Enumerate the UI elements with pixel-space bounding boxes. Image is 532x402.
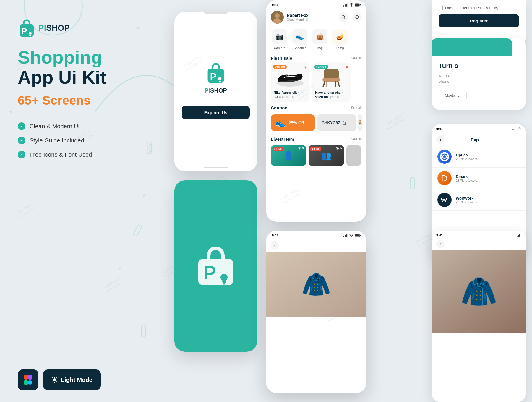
product-detail-image: 🧥 [266,252,366,317]
brand-item-dmark[interactable]: Dmark 23.7k followers [432,168,526,189]
product-card-chair[interactable]: 50% Off ♥ Have a [312,62,351,102]
product-detail-phone: 9:41 ‹ 🧥 [432,231,526,402]
product-img-chair [315,65,348,89]
svg-line-20 [53,378,53,378]
svg-rect-35 [347,3,348,7]
category-lamp[interactable]: 🪔 Lamp [331,29,349,50]
discount-badge-1: 60% Off [273,65,287,69]
check-icon-3: ✓ [18,151,25,158]
splash-logo: P PISHOP [205,61,227,94]
rp1-wifi-icon [518,127,521,130]
bell-icon [355,15,359,19]
livestream-row: ● Live 4k 👤 ● Live 4k [266,143,366,168]
livestream-header: Livestream See all [266,134,366,143]
signal-icon [343,3,348,7]
wolfwork-followers: 23.7k followers [456,200,520,204]
rp2-status-icons [517,234,521,237]
rp2-back-btn[interactable]: ‹ [436,240,445,248]
product-card-nike[interactable]: 60% Off ♥ Nike R [271,62,309,102]
eye-icon-1 [298,147,301,150]
svg-rect-52 [343,122,346,125]
camera-label: Camera [274,46,285,50]
figma-button[interactable] [18,369,38,390]
bottom-buttons: Light Mode [18,369,101,390]
product-prices-chair: $120.00 $240.00 [315,95,348,99]
coupon-card[interactable]: 👟 25% Off [271,114,315,131]
explore-button[interactable]: Explore Us [182,106,250,119]
flash-sale-row: 60% Off ♥ Nike R [266,62,366,102]
heart-icon-2[interactable]: ♥ [346,65,348,69]
discount-badge-2: 50% Off [314,65,328,69]
notification-icon-btn[interactable] [352,12,362,22]
turnon-header-bar [432,38,512,56]
bottom-battery-icon [355,234,361,237]
maybe-later-button[interactable]: Maybe la [439,90,467,101]
coupon-shoe-icon: 👟 [275,118,286,128]
svg-rect-38 [355,4,359,6]
brand-list: Optics 23.7k followers Dmark 23.7k follo… [432,146,526,211]
live-count-1: 4k [298,147,304,150]
rp1-status-bar: 9:41 [432,124,526,132]
rp2-time: 9:41 [436,234,443,237]
rp1-back-btn[interactable]: ‹ [436,135,445,144]
logo-icon: P [18,18,35,38]
svg-rect-46 [324,69,339,80]
heart-icon-1[interactable]: ♥ [304,65,307,69]
shoe-svg [275,67,305,87]
svg-point-13 [28,380,32,385]
live-card-1[interactable]: ● Live 4k 👤 [271,145,306,166]
brand-item-optics[interactable]: Optics 23.7k followers [432,146,526,168]
brand-item-wolfwork[interactable]: WolfWork 23.7k followers [432,189,526,211]
feature-item-3: ✓ Free Icons & Font Used [18,151,92,158]
home-indicator [204,167,228,168]
svg-rect-71 [517,236,518,237]
rp2-back-row: ‹ [432,238,526,250]
search-icon [341,15,346,19]
live-card-3[interactable] [346,145,361,166]
register-button[interactable]: Register [439,14,519,27]
svg-rect-10 [24,375,28,380]
optics-name: Optics [456,153,520,157]
coupon-code-text: GHKYG87 [322,121,340,125]
splash-logo-icon: P [205,61,226,85]
optics-icon [440,152,449,161]
bottom-status-bar: 9:41 [266,231,366,239]
svg-line-22 [56,378,57,378]
price-new-chair: $120.00 [315,95,328,99]
main-title: Shopping App Ui Kit [18,47,106,87]
category-bag[interactable]: 👜 Bag [311,29,329,50]
svg-rect-33 [345,4,346,7]
svg-rect-11 [28,375,32,380]
feature-item-2: ✓ Style Guide Included [18,137,92,144]
bottom-signal-icon [343,234,348,237]
terms-checkbox[interactable] [439,6,443,10]
bottom-app-screen: 9:41 [266,231,366,393]
live-card-2[interactable]: ● Live 4k 👥 [309,145,344,166]
category-sneaker[interactable]: 👟 Sneaker [291,29,309,50]
optics-followers: 23.7k followers [456,157,520,161]
svg-point-26 [218,77,221,80]
search-icon-btn[interactable] [339,12,348,22]
light-mode-button[interactable]: Light Mode [43,369,101,390]
price-old-nike: $70.00 [286,96,296,99]
status-bar: 9:41 [266,0,366,8]
category-camera[interactable]: 📷 Camera [271,29,288,50]
livestream-see-all[interactable]: See all [351,137,362,141]
product-name-nike: Nike Runnerdick [274,91,306,94]
flash-sale-see-all[interactable]: See all [351,56,362,60]
svg-point-41 [275,13,280,18]
teal-phone-icon: P [192,242,239,290]
coupon-partial: 🪑 [358,114,362,131]
main-app-screen: 9:41 [266,0,366,222]
coupon-see-all[interactable]: See all [351,106,362,110]
turnon-card: Turn on we prophone Maybe la [432,38,526,110]
live-count-2: 4k [336,147,342,150]
coupon-code-box[interactable]: GHKYG87 [317,114,356,131]
svg-rect-39 [360,4,361,5]
check-icon-1: ✓ [18,122,25,130]
svg-rect-64 [360,235,361,236]
rp1-header: ‹ Explore [432,132,526,146]
rp1-status-icons [512,127,521,131]
svg-point-15 [53,378,56,381]
back-button[interactable]: ‹ [271,241,279,249]
